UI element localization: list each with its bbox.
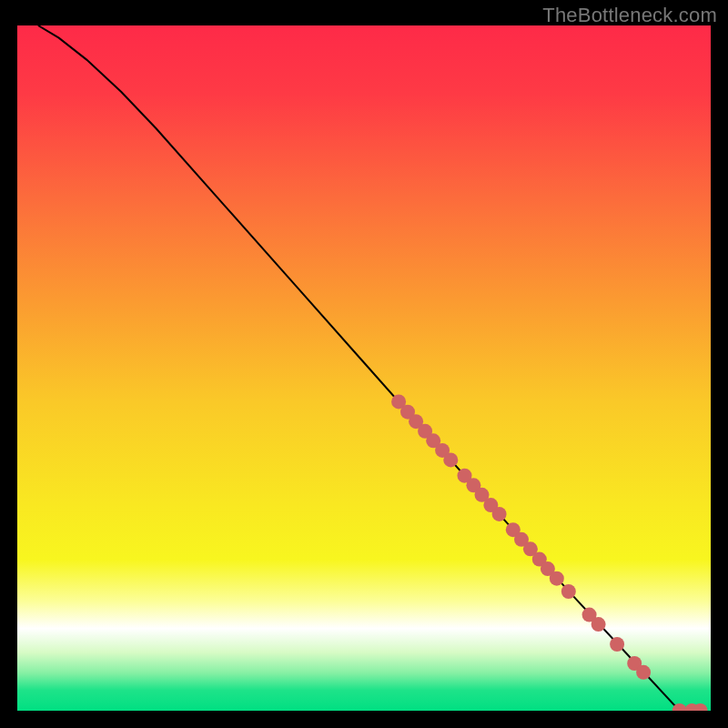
data-point [443,452,458,467]
data-point [610,637,624,652]
data-point [561,584,576,599]
attribution-text: TheBottleneck.com [542,4,717,27]
plot-area [17,25,711,711]
trend-line [38,25,680,711]
data-points [391,394,707,711]
data-point [636,665,651,680]
data-point [492,507,507,521]
chart-stage: TheBottleneck.com [0,0,728,728]
data-point [592,617,606,632]
chart-overlay [17,25,711,711]
data-point [550,571,564,586]
